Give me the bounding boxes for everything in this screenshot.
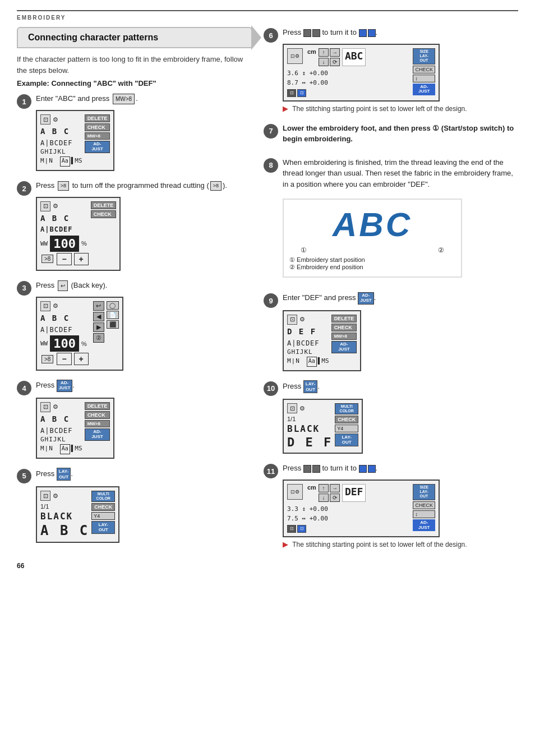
- cursor-icon: ⊡: [40, 114, 50, 125]
- step-8-content: When embroidering is finished, trim the …: [283, 157, 518, 284]
- mw-btn: MW>8: [85, 132, 110, 140]
- step-11-screen: ⊡⚙ cm ↑ → ↓: [283, 480, 440, 537]
- screen-right-10: MULTICOLOR CHECK Y4 LAY-OUT: [335, 403, 358, 449]
- step-7-text: Lower the embroidery foot, and then pres…: [283, 123, 518, 145]
- connect-icon-before-11: [303, 465, 320, 473]
- emb-icon: ⊡⚙: [287, 48, 303, 64]
- size-screen-inner: ⊡⚙ cm ↑ → ↓: [287, 48, 435, 97]
- settings-icon4: ⚙: [53, 403, 58, 411]
- cm-label-6: cm: [307, 48, 316, 66]
- gt8-icon3: >8: [41, 355, 53, 363]
- step-10-content: Press LAY-OUT. ⊡ ⚙ 1/1 BLACK: [283, 380, 518, 454]
- right-arr-11: →: [330, 484, 340, 492]
- layout-btn5: LAY-OUT: [91, 521, 115, 534]
- row-ghijkl9: GHIJKL: [287, 348, 313, 356]
- row-abcdef2: A|BCDEF: [40, 225, 73, 234]
- connect-icon-after-11: [359, 465, 376, 473]
- step-9-text: Enter "DEF" and press AD-JUST.: [283, 292, 518, 305]
- screen-right-4: DELETE CHECK MW>8 AD-JUST: [85, 402, 110, 454]
- row-min: M|N: [40, 156, 53, 167]
- size-val-2-11: 7.5 ↔ +0.00: [287, 514, 411, 524]
- emb-icon-11: ⊡⚙: [287, 484, 303, 500]
- arrow-row-1-11: ↑ →: [319, 484, 340, 492]
- check-btn10: CHECK: [335, 416, 358, 423]
- step-10-screen: ⊡ ⚙ 1/1 BLACK D E F MULTICOLOR CHECK Y4: [283, 399, 363, 454]
- corner-btn-1: ⊡: [287, 89, 296, 97]
- delete-btn: DELETE: [85, 114, 110, 122]
- lms-label4: ▌MS: [71, 444, 82, 454]
- step-3-screen: ⊡ ⚙ A B C A|BCDEF WW 100: [36, 297, 123, 371]
- pct-sign3: %: [81, 340, 87, 347]
- step-9: 9 Enter "DEF" and press AD-JUST. ⊡ ⚙: [264, 292, 518, 371]
- one-one-10: 1/1: [287, 416, 333, 422]
- top-bar: EMBROIDERY: [17, 10, 518, 21]
- pct-sign: %: [81, 240, 87, 247]
- check-btn9: CHECK: [331, 324, 357, 331]
- cursor-icon4: ⊡: [40, 402, 50, 412]
- arrow-row-2-11: ↓ ⟳: [319, 494, 340, 502]
- step-10-text: Press LAY-OUT.: [283, 380, 518, 393]
- step-num-8: 8: [264, 158, 278, 173]
- size-val-1: 3.6 ↕ +0.00: [287, 68, 411, 79]
- step-1-screen: ⊡ ⚙ A B C A|BCDEF GHIJKL M|N Aa▌MS: [36, 110, 114, 171]
- cursor-icon10: ⊡: [287, 403, 297, 413]
- corner-btns-11: ⊡ ⊡: [287, 525, 411, 533]
- step-6-bullet: ▶ The stitching starting point is set to…: [283, 104, 518, 114]
- delete-btn9: DELETE: [331, 315, 357, 322]
- row-abc: A B C: [40, 126, 70, 137]
- multi-color-btn10: MULTICOLOR: [335, 403, 358, 414]
- one-one-label: 1/1: [40, 503, 89, 510]
- check-btn2: CHECK: [91, 210, 117, 218]
- controls-row: >8 − +: [40, 253, 89, 265]
- bullet-arrow-6: ▶: [283, 104, 288, 113]
- row-abcdef9: A|BCDEF: [287, 339, 320, 348]
- section-title: Connecting character patterns: [17, 27, 252, 48]
- right-arrow: ▶: [93, 322, 104, 332]
- step-10: 10 Press LAY-OUT. ⊡ ⚙: [264, 380, 518, 454]
- header-label: EMBROIDERY: [17, 15, 66, 21]
- row-abc3: A B C: [40, 313, 70, 324]
- abc-large-text: ABC: [289, 205, 455, 244]
- screen-main-10: ⊡ ⚙ 1/1 BLACK D E F: [287, 403, 333, 449]
- screen-right-1: DELETE CHECK MW>8 AD-JUST: [85, 114, 110, 167]
- size-right-11: SIZELAY-OUT CHECK ↕ AD-JUST: [413, 484, 435, 533]
- step-6: 6 Press to turn it to .: [264, 27, 518, 114]
- step-2: 2 Press >8 to turn off the programmed th…: [17, 180, 252, 271]
- abc-markers-row: ① ②: [289, 246, 455, 254]
- step-num-4: 4: [17, 381, 31, 395]
- adj-key-4: AD-JUST: [57, 380, 72, 392]
- step-4: 4 Press AD-JUST. ⊡ ⚙: [17, 380, 252, 459]
- step-7: 7 Lower the embroidery foot, and then pr…: [264, 123, 518, 148]
- plus-btn3: +: [74, 353, 89, 365]
- step-num-9: 9: [264, 293, 278, 308]
- sq3: [359, 29, 367, 37]
- sq1-11: [303, 465, 311, 473]
- section-intro: If the character pattern is too long to …: [17, 54, 252, 76]
- up-arr-11: ↑: [319, 484, 329, 492]
- arrow-row-1: ↑ →: [319, 48, 340, 57]
- corner-btn-2: ⊡: [297, 89, 306, 97]
- size-top-row: ⊡⚙ cm ↑ → ↓: [287, 48, 411, 66]
- row-def9: D E F: [287, 326, 316, 338]
- check-btn4: CHECK: [85, 411, 110, 419]
- step-num-10: 10: [264, 381, 278, 396]
- row-min4: M|N: [40, 444, 53, 454]
- sq3-11: [359, 465, 367, 473]
- layout-btn10: LAY-OUT: [335, 434, 358, 446]
- step-9-content: Enter "DEF" and press AD-JUST. ⊡ ⚙: [283, 292, 518, 371]
- step-3: 3 Press ↩ (Back key). ⊡ ⚙: [17, 280, 252, 371]
- pct-display: 100: [50, 236, 79, 252]
- right-column: 6 Press to turn it to .: [264, 27, 518, 559]
- check-btn5: CHECK: [91, 503, 115, 511]
- step-num-11: 11: [264, 464, 278, 478]
- aa-btn: Aa: [60, 156, 70, 167]
- black-label-5: BLACK: [40, 511, 89, 522]
- row-abcdef: A|BCDEF: [40, 139, 73, 148]
- cursor-icon2: ⊡: [40, 201, 50, 211]
- abc-small-6: ABC: [342, 48, 366, 66]
- step-num-6: 6: [264, 28, 278, 43]
- abc-illustration: ABC ① ② ① Embroidery start position ② Em…: [283, 199, 462, 278]
- row-abcdef4: A|BCDEF: [40, 426, 73, 436]
- two-col-layout: Connecting character patterns If the cha…: [17, 27, 518, 559]
- back-icon: ↩: [93, 301, 104, 311]
